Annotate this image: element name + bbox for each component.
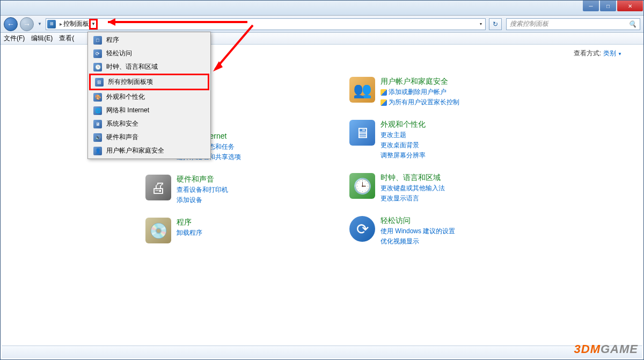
address-bar[interactable]: ⊞ ▸ 控制面板 ▼ ▾ bbox=[46, 18, 486, 30]
back-button[interactable]: ← bbox=[4, 17, 18, 31]
user-accounts-icon: 👤 bbox=[93, 147, 102, 155]
watermark: 3DMGAME bbox=[574, 342, 638, 356]
category-link[interactable]: 优化视频显示 bbox=[380, 237, 455, 246]
programs-icon: □ bbox=[93, 36, 102, 45]
chevron-down-icon[interactable]: ▼ bbox=[618, 52, 622, 56]
category-programs: 💿 程序 卸载程序 bbox=[145, 218, 306, 243]
dropdown-item-system[interactable]: 🖥系统和安全 bbox=[89, 117, 209, 131]
view-by-selector: 查看方式: 类别 ▼ bbox=[574, 49, 622, 58]
minimize-button[interactable]: ─ bbox=[583, 1, 599, 11]
network-icon: 🌐 bbox=[93, 106, 102, 115]
category-title[interactable]: 轻松访问 bbox=[380, 216, 455, 226]
search-placeholder: 搜索控制面板 bbox=[510, 19, 548, 28]
category-link[interactable]: 为所有用户设置家长控制 bbox=[380, 98, 459, 107]
category-link[interactable]: 更改键盘或其他输入法 bbox=[380, 184, 445, 193]
nav-history-dropdown[interactable]: ▼ bbox=[36, 19, 43, 30]
search-input[interactable]: 搜索控制面板 🔍 bbox=[506, 18, 640, 30]
clock-icon: 🕒 bbox=[93, 63, 102, 71]
breadcrumb-text[interactable]: 控制面板 bbox=[63, 19, 89, 28]
category-title[interactable]: 时钟、语言和区域 bbox=[380, 173, 445, 183]
ease-of-access-icon: ⟳ bbox=[93, 49, 102, 58]
appearance-icon: 🎨 bbox=[93, 93, 102, 102]
status-bar bbox=[2, 345, 642, 358]
forward-button[interactable]: → bbox=[20, 17, 34, 31]
category-link[interactable]: 查看设备和打印机 bbox=[177, 185, 228, 195]
control-panel-icon: ⊞ bbox=[47, 20, 56, 28]
appearance-icon: 🖥 bbox=[349, 120, 375, 146]
category-link[interactable]: 更改主题 bbox=[380, 131, 426, 140]
dropdown-item-hardware[interactable]: 🔊硬件和声音 bbox=[89, 131, 209, 144]
dropdown-item-network[interactable]: 🌐网络和 Internet bbox=[89, 104, 209, 117]
hardware-icon: 🖨 bbox=[145, 175, 171, 200]
close-button[interactable]: ✕ bbox=[617, 1, 643, 11]
category-link[interactable]: 更改桌面背景 bbox=[380, 141, 426, 150]
user-accounts-icon: 👥 bbox=[349, 77, 375, 103]
category-grid: 系统和安全状态 🌐 网络和 Internet 查看网络状态和任务 选择家庭组和共… bbox=[145, 77, 622, 246]
search-icon[interactable]: 🔍 bbox=[628, 20, 636, 28]
category-link[interactable]: 添加或删除用户帐户 bbox=[380, 88, 459, 97]
breadcrumb-dropdown-button[interactable]: ▼ bbox=[89, 19, 98, 30]
category-link[interactable]: 卸载程序 bbox=[177, 228, 202, 237]
category-title[interactable]: 程序 bbox=[177, 218, 202, 227]
category-title[interactable]: 用户帐户和家庭安全 bbox=[380, 77, 459, 87]
dropdown-item-appearance[interactable]: 🎨外观和个性化 bbox=[89, 90, 209, 104]
dropdown-item-user-accounts[interactable]: 👤用户帐户和家庭安全 bbox=[89, 144, 209, 157]
category-clock-language: 🕒 时钟、语言和区域 更改键盘或其他输入法 更改显示语言 bbox=[349, 173, 510, 203]
category-link[interactable]: 添加设备 bbox=[177, 196, 228, 205]
category-column-right: 👥 用户帐户和家庭安全 添加或删除用户帐户 为所有用户设置家长控制 🖥 外观和个… bbox=[349, 77, 510, 246]
address-dropdown-icon[interactable]: ▾ bbox=[480, 21, 482, 26]
dropdown-item-ease-of-access[interactable]: ⟳轻松访问 bbox=[89, 47, 209, 60]
breadcrumb-dropdown-menu: □程序 ⟳轻松访问 🕒时钟、语言和区域 ⊞所有控制面板项 🎨外观和个性化 🌐网络… bbox=[87, 32, 211, 159]
dropdown-item-programs[interactable]: □程序 bbox=[89, 33, 209, 47]
menu-file[interactable]: 文件(F) bbox=[4, 34, 25, 43]
view-by-value[interactable]: 类别 bbox=[603, 49, 616, 57]
category-link[interactable]: 使用 Windows 建议的设置 bbox=[380, 227, 455, 236]
refresh-button[interactable]: ↻ bbox=[489, 18, 502, 30]
category-appearance: 🖥 外观和个性化 更改主题 更改桌面背景 调整屏幕分辨率 bbox=[349, 120, 510, 160]
shield-icon bbox=[380, 99, 387, 106]
category-title[interactable]: 外观和个性化 bbox=[380, 120, 426, 129]
clock-icon: 🕒 bbox=[349, 173, 375, 199]
dropdown-item-clock[interactable]: 🕒时钟、语言和区域 bbox=[89, 60, 209, 74]
menu-edit[interactable]: 编辑(E) bbox=[31, 34, 53, 43]
category-ease-of-access: ⟳ 轻松访问 使用 Windows 建议的设置 优化视频显示 bbox=[349, 216, 510, 246]
category-title[interactable]: 硬件和声音 bbox=[177, 175, 228, 184]
breadcrumb-separator: ▸ bbox=[58, 21, 63, 27]
window-buttons: ─ □ ✕ bbox=[582, 1, 643, 11]
shield-icon bbox=[380, 89, 387, 96]
hardware-icon: 🔊 bbox=[93, 133, 102, 142]
control-panel-icon: ⊞ bbox=[95, 78, 104, 87]
address-toolbar: ← → ▼ ⊞ ▸ 控制面板 ▼ ▾ ↻ 搜索控制面板 🔍 bbox=[1, 16, 643, 33]
titlebar: ─ □ ✕ bbox=[1, 1, 643, 16]
dropdown-item-all-control-panel[interactable]: ⊞所有控制面板项 bbox=[89, 74, 209, 90]
category-link[interactable]: 更改显示语言 bbox=[380, 194, 445, 203]
system-icon: 🖥 bbox=[93, 120, 102, 128]
category-link[interactable]: 调整屏幕分辨率 bbox=[380, 151, 426, 160]
category-user-accounts: 👥 用户帐户和家庭安全 添加或删除用户帐户 为所有用户设置家长控制 bbox=[349, 77, 510, 107]
programs-icon: 💿 bbox=[145, 218, 171, 243]
view-by-label: 查看方式: bbox=[574, 49, 601, 57]
window-frame: ─ □ ✕ ← → ▼ ⊞ ▸ 控制面板 ▼ ▾ ↻ 搜索控制面板 🔍 文件(F… bbox=[0, 0, 644, 360]
menu-view[interactable]: 查看( bbox=[59, 34, 74, 43]
category-hardware: 🖨 硬件和声音 查看设备和打印机 添加设备 bbox=[145, 175, 306, 205]
ease-of-access-icon: ⟳ bbox=[349, 216, 375, 242]
maximize-button[interactable]: □ bbox=[600, 1, 616, 11]
